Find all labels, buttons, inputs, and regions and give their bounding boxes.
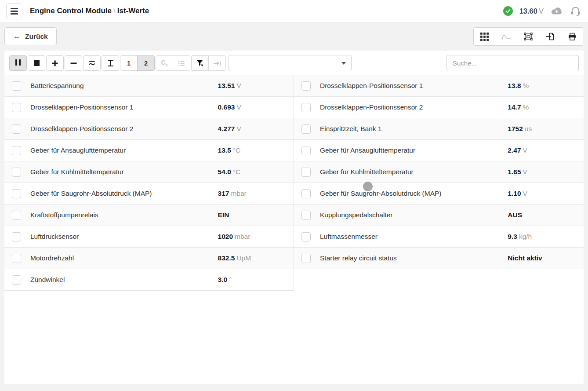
table-row[interactable]: Luftdrucksensor 1020mbar	[4, 226, 294, 248]
parameter-label: Drosselklappen-Positionssensor 1	[320, 82, 423, 90]
table-row[interactable]: Drosselklappen-Positionssensor 2 4.277V	[4, 118, 294, 140]
row-checkbox[interactable]	[301, 168, 311, 177]
module-title: Engine Control Module	[30, 7, 112, 15]
page-1-button[interactable]: 1	[120, 55, 138, 71]
row-checkbox[interactable]	[12, 146, 21, 155]
row-checkbox[interactable]	[301, 232, 311, 241]
live-data-panel: 1 2 Cx	[4, 51, 584, 384]
table-row[interactable]: Batteriespannung 13.51V	[4, 75, 294, 97]
row-checkbox[interactable]	[12, 189, 21, 198]
row-checkbox[interactable]	[12, 211, 21, 220]
remove-filter-button[interactable]	[191, 55, 209, 71]
back-label: Zurück	[25, 33, 48, 40]
table-row[interactable]: Geber für Kühlmitteltemperatur 1.65V	[294, 161, 584, 183]
table-row[interactable]: Kraftstoffpumpenrelais EIN	[4, 205, 294, 226]
breadcrumb-separator: \	[112, 7, 117, 15]
stop-icon	[34, 60, 40, 66]
parameter-label: Geber für Saugrohr-Absolutdruck (MAP)	[320, 190, 442, 197]
filter-group	[191, 55, 226, 71]
back-button[interactable]: ← Zurück	[4, 27, 57, 45]
headset-icon[interactable]	[570, 6, 581, 17]
row-checkbox[interactable]	[301, 189, 311, 198]
hamburger-icon	[11, 7, 18, 16]
print-icon[interactable]	[561, 27, 583, 46]
record-toolbar: 1 2 Cx	[4, 51, 584, 71]
parameter-label: Motordrehzahl	[30, 254, 74, 262]
row-checkbox[interactable]	[301, 124, 311, 134]
grid-view-icon[interactable]	[473, 27, 495, 46]
parameter-value: 4.277V	[218, 125, 241, 133]
wave-icon	[88, 60, 95, 66]
remove-button[interactable]	[65, 55, 82, 71]
table-row[interactable]: Geber für Kühlmitteltemperatur 54.0°C	[4, 161, 294, 183]
parameter-value: 1.10V	[508, 190, 527, 197]
row-checkbox[interactable]	[12, 275, 21, 285]
parameter-label: Einspritzzeit, Bank 1	[320, 125, 381, 133]
parameter-value: AUS	[508, 211, 524, 219]
parameter-value: 13.5°C	[218, 146, 241, 154]
table-row[interactable]: Starter relay circuit status Nicht aktiv	[294, 248, 584, 269]
select-frame-icon[interactable]	[517, 27, 539, 46]
parameter-label: Drosselklappen-Positionssensor 1	[30, 103, 133, 111]
table-row[interactable]: Motordrehzahl 832.5UpM	[4, 248, 294, 269]
text-height-button[interactable]	[102, 55, 119, 71]
table-row[interactable]: Luftmassenmesser 9.3kg/h	[294, 226, 584, 248]
table-row[interactable]: Kupplungspedalschalter AUS	[294, 205, 584, 226]
cloud-download-icon[interactable]	[550, 7, 563, 16]
chart-view-icon[interactable]	[495, 27, 517, 46]
parameter-label: Kraftstoffpumpenrelais	[30, 211, 98, 219]
row-checkbox[interactable]	[301, 211, 311, 220]
wave-button[interactable]	[83, 55, 101, 71]
table-row[interactable]: Geber für Ansauglufttemperatur 2.47V	[294, 140, 584, 161]
page-2-button[interactable]: 2	[137, 55, 155, 71]
row-checkbox[interactable]	[12, 81, 21, 91]
check-circle-icon	[503, 6, 513, 16]
row-checkbox[interactable]	[301, 81, 311, 91]
table-left-column: Batteriespannung 13.51V Drosselklappen-P…	[4, 75, 294, 291]
stop-button[interactable]	[28, 55, 45, 71]
table-right-column: Drosselklappen-Positionssensor 1 13.8% D…	[294, 75, 584, 269]
parameter-label: Luftdrucksensor	[30, 233, 79, 241]
export-report-icon[interactable]	[539, 27, 561, 46]
row-checkbox[interactable]	[12, 232, 21, 241]
parameter-label: Geber für Kühlmitteltemperatur	[30, 168, 124, 176]
table-row[interactable]: Drosselklappen-Positionssensor 1 13.8%	[294, 75, 584, 97]
parameter-value: 54.0°C	[218, 168, 241, 176]
selection-group: Cx	[156, 55, 190, 71]
top-bar: Engine Control Module\Ist-Werte 13.60V	[0, 0, 588, 22]
list-button[interactable]	[173, 55, 190, 71]
table-row[interactable]: Geber für Ansauglufttemperatur 13.5°C	[4, 140, 294, 161]
row-checkbox[interactable]	[301, 146, 311, 155]
view-mode-group	[473, 27, 583, 46]
row-checkbox[interactable]	[301, 103, 311, 112]
pause-button[interactable]	[9, 55, 27, 71]
row-checkbox[interactable]	[301, 254, 311, 263]
table-row[interactable]: Geber für Saugrohr-Absolutdruck (MAP) 1.…	[294, 183, 584, 205]
breadcrumb: Engine Control Module\Ist-Werte	[30, 7, 149, 15]
search-input[interactable]	[446, 55, 579, 71]
row-checkbox[interactable]	[12, 168, 21, 177]
parameter-value: 13.8%	[508, 82, 529, 90]
menu-button[interactable]	[6, 3, 22, 19]
page-toggle-group: 1 2	[120, 55, 155, 71]
parameter-value: 3.0°	[218, 276, 232, 284]
row-checkbox[interactable]	[12, 254, 21, 263]
parameter-value: EIN	[218, 211, 231, 219]
table-row[interactable]: Drosselklappen-Positionssensor 1 0.693V	[4, 97, 294, 118]
parameter-value: 1.65V	[508, 168, 527, 176]
row-checkbox[interactable]	[12, 124, 21, 134]
jump-to-end-button[interactable]	[208, 55, 226, 71]
back-arrow-icon: ←	[13, 32, 21, 41]
parameter-value: 9.3kg/h	[508, 233, 532, 241]
clear-selection-button[interactable]: Cx	[156, 55, 173, 71]
group-select-dropdown[interactable]	[229, 55, 352, 71]
sub-toolbar: ← Zurück	[0, 22, 588, 51]
parameter-value: 0.693V	[218, 103, 241, 111]
table-row[interactable]: Einspritzzeit, Bank 1 1752us	[294, 118, 584, 140]
parameter-label: Geber für Ansauglufttemperatur	[320, 146, 415, 154]
table-row[interactable]: Zündwinkel 3.0°	[4, 269, 294, 291]
row-checkbox[interactable]	[12, 103, 21, 112]
table-row[interactable]: Drosselklappen-Positionssensor 2 14.7%	[294, 97, 584, 118]
table-row[interactable]: Geber für Saugrohr-Absolutdruck (MAP) 31…	[4, 183, 294, 205]
add-button[interactable]	[46, 55, 64, 71]
